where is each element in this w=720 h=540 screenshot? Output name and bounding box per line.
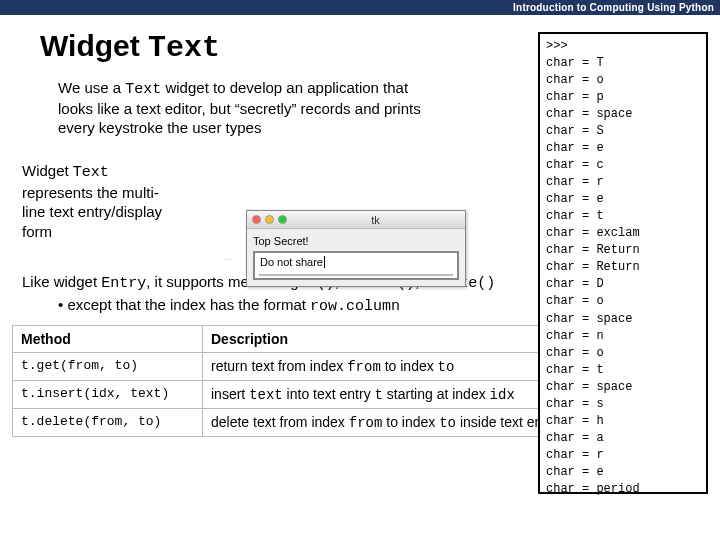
tk-title: tk [291, 214, 460, 226]
title-code: Text [148, 31, 220, 65]
zoom-icon[interactable] [278, 215, 287, 224]
tk-titlebar: tk [247, 211, 465, 229]
tk-window: tk Top Secret! Do not share [246, 210, 466, 287]
tk-body: Top Secret! Do not share [247, 229, 465, 286]
intro-paragraph: We use a Text widget to develop an appli… [58, 79, 438, 137]
console-output: >>> char = T char = o char = p char = sp… [538, 32, 708, 494]
tk-label: Top Secret! [253, 235, 459, 247]
close-icon[interactable] [252, 215, 261, 224]
minimize-icon[interactable] [265, 215, 274, 224]
caret-icon [324, 256, 328, 268]
widget-desc-paragraph: Widget Text represents the multi-line te… [22, 161, 182, 241]
tk-text-widget[interactable]: Do not share [253, 251, 459, 280]
title-prefix: Widget [40, 29, 148, 62]
col-method: Method [13, 326, 203, 353]
course-header: Introduction to Computing Using Python [0, 0, 720, 15]
